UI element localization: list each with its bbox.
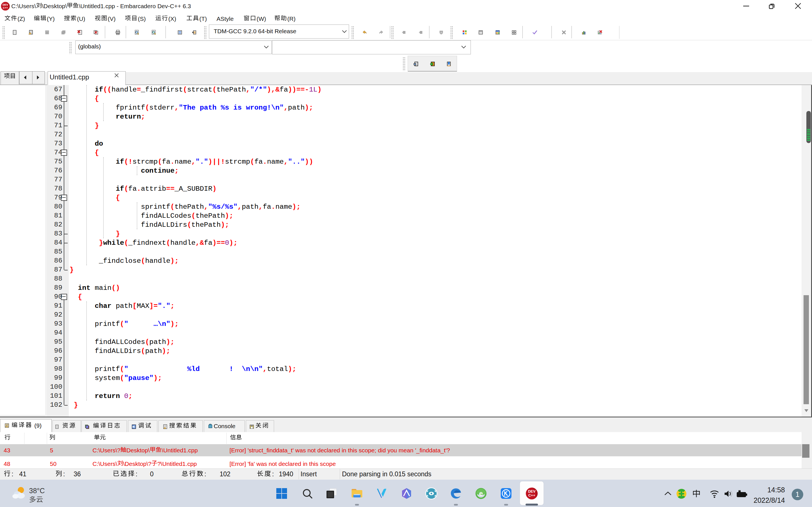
svg-text:DEV: DEV bbox=[3, 3, 8, 6]
svg-text:DEV: DEV bbox=[528, 489, 536, 494]
svg-text:C++: C++ bbox=[3, 6, 8, 9]
svg-text:C++: C++ bbox=[528, 493, 536, 497]
svg-text:e: e bbox=[479, 490, 483, 497]
